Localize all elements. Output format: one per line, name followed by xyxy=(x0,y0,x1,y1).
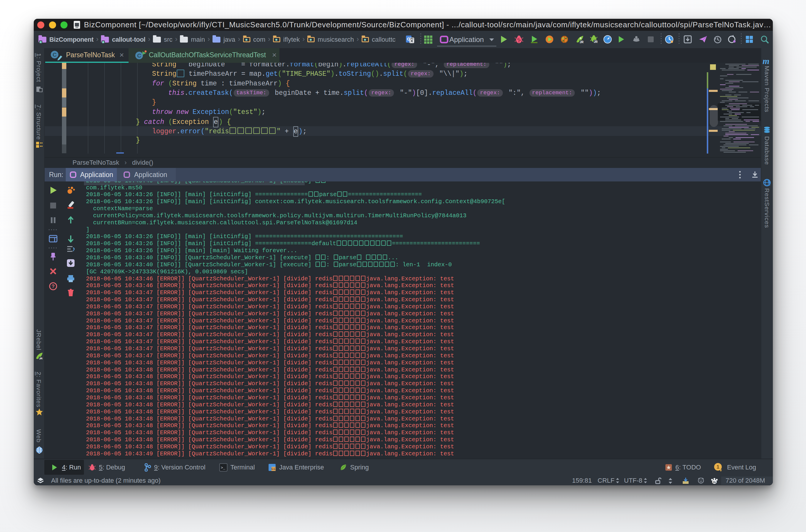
svg-text:JR: JR xyxy=(580,40,584,44)
svg-text:JR: JR xyxy=(39,357,42,360)
svg-text:EE: EE xyxy=(271,467,276,471)
svg-text:C: C xyxy=(53,52,57,58)
svg-text:>_: >_ xyxy=(221,466,226,470)
svg-text:?: ? xyxy=(52,284,55,289)
svg-text:du: du xyxy=(713,481,716,483)
svg-text:C: C xyxy=(137,53,141,59)
svg-text:1: 1 xyxy=(716,464,719,470)
svg-text:JR: JR xyxy=(594,40,598,43)
